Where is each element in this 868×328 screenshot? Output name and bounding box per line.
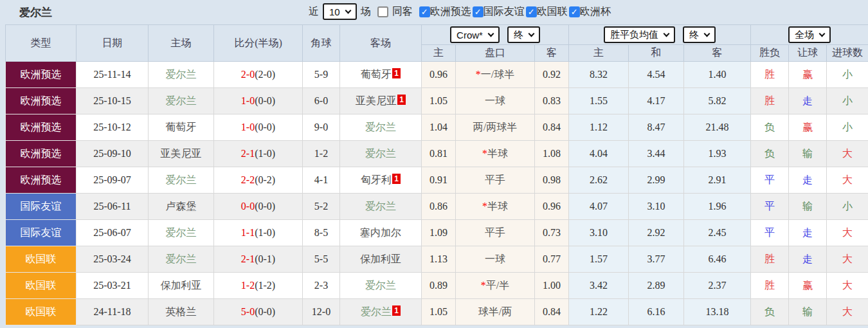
avg-draw-cell: 2.89: [629, 273, 684, 299]
league-filters: 欧洲预选国际友谊欧国联欧洲杯: [419, 5, 612, 19]
handicap-result-cell: 走: [789, 246, 827, 273]
home-team-cell: 英格兰: [149, 299, 214, 325]
handicap-cell: 一球: [456, 246, 535, 273]
handicap-star: *: [481, 280, 486, 291]
filter-controls: 近 10 场 同客 欧洲预选国际友谊欧国联欧洲杯: [309, 3, 612, 20]
handicap-cell: 平手: [456, 167, 535, 194]
half-score: (1-0): [255, 227, 275, 238]
league-filter-checkbox[interactable]: [419, 6, 430, 17]
sub-header-goals: 进球数: [827, 45, 868, 62]
topbar: 爱尔兰 近 10 场 同客 欧洲预选国际友谊欧国联欧洲杯: [0, 0, 868, 24]
result-cell: 胜: [751, 273, 789, 299]
corner-cell: 2-3: [303, 273, 340, 299]
handicap-cell: *半球: [456, 141, 535, 167]
full-score: 1-2: [241, 280, 255, 291]
odds-group-header: Crow* 终: [422, 25, 569, 45]
odds-away-cell: 0.83: [535, 88, 569, 114]
score-cell: 1-0(0-0): [214, 114, 303, 141]
avg-draw-cell: 4.17: [629, 88, 684, 114]
league-filter-checkbox[interactable]: [526, 6, 537, 17]
half-score: (1-0): [255, 148, 275, 159]
avg-away-cell: 5.82: [684, 88, 751, 114]
chevron-down-icon: [664, 30, 670, 37]
handicap-result-cell: 输: [789, 194, 827, 220]
result-cell: 胜: [751, 88, 789, 114]
league-type-cell: 欧洲预选: [6, 167, 77, 194]
full-score: 2-2: [241, 174, 255, 185]
home-team-cell: 爱尔兰: [149, 220, 214, 246]
table-row: 国际友谊25-06-11卢森堡0-0(0-0)5-2爱尔兰0.86*半球0.96…: [6, 194, 868, 220]
team-name: 卢森堡: [166, 201, 197, 212]
handicap-star: *: [476, 69, 481, 80]
odds-away-cell: 0.84: [535, 299, 569, 325]
chevron-down-icon: [528, 30, 534, 37]
team-name: 爱尔兰: [166, 174, 197, 185]
match-date-cell: 25-11-14: [77, 62, 149, 88]
table-row: 欧洲预选25-09-07爱尔兰2-2(0-2)4-1匈牙利10.91平手0.98…: [6, 167, 868, 194]
full-score: 5-0: [241, 306, 255, 317]
full-score: 1-0: [241, 95, 255, 106]
result-group-header: 全场: [751, 25, 868, 45]
league-filter-label[interactable]: 国际友谊: [484, 5, 525, 19]
result-cell: 平: [751, 194, 789, 220]
away-team-cell: 爱尔兰1: [340, 299, 422, 325]
league-filter-checkbox[interactable]: [473, 6, 484, 17]
home-team-cell: 爱尔兰: [149, 246, 214, 273]
result-cell: 平: [751, 167, 789, 194]
avg-draw-cell: 6.16: [629, 299, 684, 325]
avg-home-cell: 3.42: [569, 273, 629, 299]
odds-home-cell: 1.05: [422, 88, 456, 114]
avg-home-cell: 1.55: [569, 88, 629, 114]
col-header-score: 比分(半场): [214, 25, 303, 62]
handicap-cell: *一/球半: [456, 62, 535, 88]
same-away-label[interactable]: 同客: [392, 5, 413, 19]
league-filter-label[interactable]: 欧国联: [537, 5, 568, 19]
league-filter-checkbox[interactable]: [569, 6, 580, 17]
match-date-cell: 25-03-24: [77, 246, 149, 273]
away-team-cell: 爱尔兰: [340, 273, 422, 299]
avg-away-cell: 6.46: [684, 246, 751, 273]
same-away-checkbox[interactable]: [377, 6, 388, 17]
score-cell: 1-0(0-0): [214, 88, 303, 114]
odds-time-select[interactable]: 终: [507, 26, 540, 43]
table-row: 欧国联25-03-21保加利亚1-2(1-2)2-3爱尔兰0.89*平/半1.0…: [6, 273, 868, 299]
rank-badge[interactable]: 1: [392, 305, 401, 316]
rank-badge[interactable]: 1: [392, 68, 401, 78]
home-team-cell: 卢森堡: [149, 194, 214, 220]
league-filter-label[interactable]: 欧洲杯: [580, 5, 611, 19]
match-date-cell: 25-06-07: [77, 220, 149, 246]
team-name: 爱尔兰: [166, 253, 197, 264]
league-filter-label[interactable]: 欧洲预选: [430, 5, 471, 19]
handicap-cell: 两/两球半: [456, 114, 535, 141]
odds-home-cell: 0.96: [422, 62, 456, 88]
avg-type-select[interactable]: 胜平负均值: [604, 26, 675, 43]
team-name: 葡萄牙: [361, 69, 392, 80]
sub-header-handicap: 盘口: [456, 45, 535, 62]
scope-select[interactable]: 全场: [788, 26, 831, 43]
goals-cell: 小: [827, 194, 868, 220]
rank-badge[interactable]: 1: [397, 95, 406, 105]
half-score: (0-0): [255, 95, 275, 106]
result-cell: 胜: [751, 62, 789, 88]
full-score: 2-1: [241, 148, 255, 159]
odds-home-cell: 1.05: [422, 299, 456, 325]
odds-home-cell: 0.91: [422, 167, 456, 194]
league-type-cell: 欧洲预选: [6, 141, 77, 167]
team-name: 英格兰: [166, 306, 197, 317]
avg-draw-cell: 3.44: [629, 141, 684, 167]
home-team-cell: 爱尔兰: [149, 88, 214, 114]
recent-count-select[interactable]: 10: [323, 3, 357, 20]
match-table: 类型 日期 主场 比分(半场) 角球 客场 Crow* 终: [5, 24, 868, 325]
handicap-result-cell: 输: [789, 141, 827, 167]
match-date-cell: 25-09-07: [77, 167, 149, 194]
handicap-star: *: [482, 148, 487, 159]
col-header-away: 客场: [340, 25, 422, 62]
odds-company-select[interactable]: Crow*: [450, 26, 500, 43]
avg-home-cell: 3.10: [569, 220, 629, 246]
avg-time-select[interactable]: 终: [683, 26, 716, 43]
team-name: 亚美尼亚: [356, 95, 397, 106]
handicap-result-cell: 赢: [789, 62, 827, 88]
half-score: (0-0): [255, 201, 275, 212]
rank-badge[interactable]: 1: [392, 174, 401, 184]
avg-away-cell: 1.96: [684, 194, 751, 220]
